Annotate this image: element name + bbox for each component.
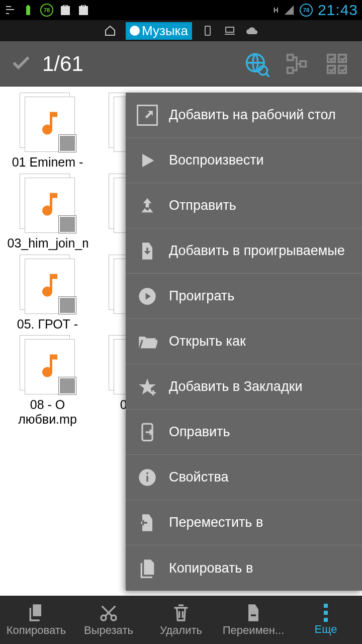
tab-music[interactable]: Музыка [126,22,192,40]
selection-count: 1/61 [42,52,231,76]
menu-label: Оправить [169,424,230,440]
menu-label: Переместить в [169,515,263,530]
svg-rect-14 [146,475,148,481]
menu-label: Проиграть [169,288,234,304]
menu-label: Воспроизвести [169,152,264,168]
copy-label: Копировать [7,624,66,637]
search-web-icon[interactable] [241,49,272,79]
confirm-selection-icon[interactable] [10,52,32,76]
more-label: Еще [315,623,337,636]
music-indicator-icon [130,26,140,36]
move-icon [137,512,158,533]
more-button[interactable]: Еще [290,596,362,644]
selection-box-icon [59,377,76,394]
svg-rect-5 [288,67,293,73]
add-playlist-icon [137,240,158,262]
play-circle-icon [137,286,158,307]
clock: 21:43 [318,2,358,19]
file-name: 08 - О любви.mp [8,397,88,427]
more-icon [324,604,328,622]
rename-icon [243,603,263,623]
home-icon[interactable] [104,24,117,37]
shortcut-icon [137,105,158,126]
status-badge-1: 78 [40,4,53,17]
network-type: H [274,6,279,14]
file-thumb [18,255,78,315]
menu-play-with[interactable]: Проиграть [126,274,362,319]
context-menu: Добавить на рабочий стол Воспроизвести О… [126,93,362,591]
selection-box-icon [59,135,76,152]
play-icon [137,150,158,171]
menu-send-to[interactable]: Оправить [126,410,362,455]
menu-label: Свойства [169,469,229,485]
cut-button[interactable]: Вырезать [72,596,145,644]
select-all-icon[interactable] [322,49,352,79]
menu-label: Добавить в проигрываемые [169,243,345,259]
file-thumb [18,174,78,234]
menu-open-as[interactable]: Открыть как [126,319,362,364]
svg-rect-4 [288,54,293,60]
selection-box-icon [59,216,76,233]
status-icon-battery [22,4,34,16]
rename-label: Переимен... [223,624,285,637]
device-icon[interactable] [201,24,214,37]
menu-play[interactable]: Воспроизвести [126,138,362,183]
svg-rect-0 [205,26,210,35]
location-tabs: Музыка [0,20,362,41]
selection-box-icon [59,297,76,314]
file-grid-container: 01 Eminem -0103_him_join_me_in_0305. ГРО… [0,87,362,596]
menu-label: Копировать в [169,560,253,576]
delete-label: Удалить [160,624,202,637]
share-icon [137,195,158,216]
delete-button[interactable]: Удалить [145,596,217,644]
menu-send[interactable]: Отправить [126,183,362,228]
menu-label: Открыть как [169,334,246,349]
selection-bar: 1/61 [0,41,362,87]
menu-properties[interactable]: Свойства [126,455,362,500]
bottom-toolbar: Копировать Вырезать Удалить Переимен... … [0,596,362,644]
star-add-icon [137,376,158,397]
file-thumb [18,335,78,395]
menu-label: Добавить на рабочий стол [169,107,336,123]
file-thumb [18,93,78,153]
menu-copy-to[interactable]: Копировать в [126,545,362,591]
menu-label: Добавить в Закладки [169,379,303,394]
file-item[interactable]: 03_him_join_me_in_ [4,174,91,251]
status-badge-2: 78 [300,4,313,17]
menu-bookmark[interactable]: Добавить в Закладки [126,364,362,410]
svg-rect-15 [146,472,148,474]
file-name: 03_him_join_me_in_ [8,236,88,251]
status-icon-app [4,4,16,16]
status-icon-bag [59,4,71,16]
file-name: 01 Eminem - [12,155,83,170]
cloud-icon[interactable] [245,24,258,37]
send-device-icon [137,422,158,443]
file-item[interactable]: 01 Eminem - [4,93,91,170]
computer-icon[interactable] [223,24,236,37]
menu-add-to-playlist[interactable]: Добавить в проигрываемые [126,228,362,274]
status-icon-bag-2 [77,4,89,16]
copy-icon [26,603,46,623]
menu-label: Отправить [169,198,236,213]
signal-icon [284,5,295,16]
rename-button[interactable]: Переимен... [217,596,290,644]
info-icon [137,467,158,488]
menu-add-to-desktop[interactable]: Добавить на рабочий стол [126,93,362,138]
svg-rect-1 [226,27,234,32]
cut-label: Вырезать [84,624,133,637]
copy-button[interactable]: Копировать [0,596,72,644]
svg-rect-6 [300,61,306,66]
status-bar: 78 H 78 21:43 [0,0,362,20]
copy-to-icon [137,557,158,579]
file-item[interactable]: 05. ГРОТ - [4,255,91,332]
cut-icon [99,603,119,623]
tab-music-label: Музыка [142,23,188,39]
menu-move-to[interactable]: Переместить в [126,500,362,545]
view-tree-icon[interactable] [282,49,312,79]
file-name: 05. ГРОТ - [17,317,78,332]
folder-open-icon [137,331,158,352]
trash-icon [171,603,191,623]
file-item[interactable]: 08 - О любви.mp [4,335,91,427]
